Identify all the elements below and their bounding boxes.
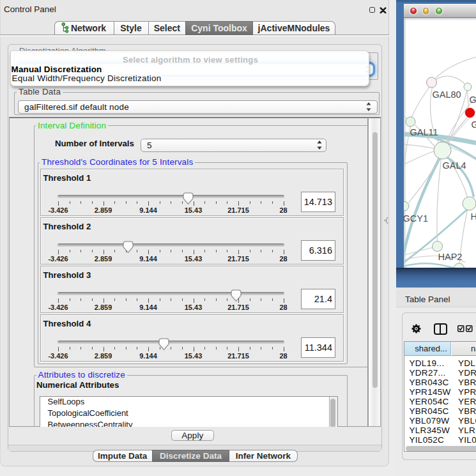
svg-text:GAL11: GAL11 — [410, 127, 438, 137]
svg-text:HAP2: HAP2 — [438, 251, 462, 261]
svg-text:HA: HA — [470, 211, 476, 222]
svg-text:GA: GA — [469, 94, 476, 104]
svg-text:GCY1: GCY1 — [404, 213, 428, 224]
svg-text:G: G — [471, 119, 476, 129]
svg-text:GAL80: GAL80 — [432, 89, 461, 99]
svg-text:GAL4: GAL4 — [442, 160, 466, 171]
